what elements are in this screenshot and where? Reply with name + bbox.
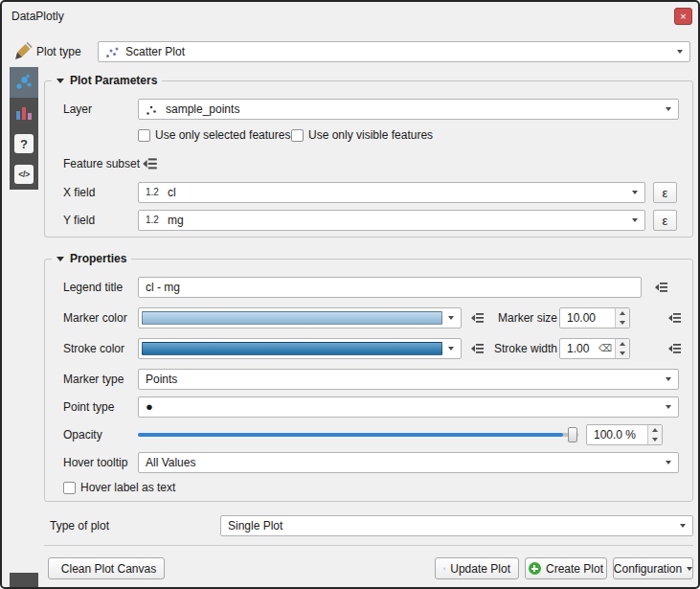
marker-size-spinbox[interactable]: 10.00 — [559, 307, 630, 328]
footer-separator — [44, 545, 693, 546]
sidebar-tab-plot[interactable] — [10, 67, 38, 98]
spin-buttons — [615, 339, 629, 358]
checkbox-icon — [138, 129, 150, 142]
clear-button[interactable]: ⌫ — [598, 339, 612, 358]
spin-up-button[interactable] — [616, 308, 629, 318]
slider-handle[interactable] — [568, 427, 577, 442]
decimal-field-icon: 1.2 — [146, 183, 159, 202]
properties-title: Properties — [70, 252, 126, 265]
hover-tooltip-value: All Values — [146, 453, 195, 472]
plot-type-label: Plot type — [36, 41, 81, 62]
configuration-button[interactable]: Configuration — [613, 557, 693, 579]
y-field-expression-button[interactable]: ε — [653, 210, 677, 231]
plot-parameters-title: Plot Parameters — [70, 74, 157, 87]
opacity-slider[interactable] — [138, 424, 578, 445]
spin-up-button[interactable] — [616, 339, 629, 349]
use-visible-label: Use only visible features — [308, 128, 433, 142]
titlebar[interactable]: DataPlotly — [2, 2, 698, 31]
stroke-color-data-defined-button[interactable] — [467, 339, 488, 358]
legend-title-data-defined-button[interactable] — [651, 278, 672, 297]
x-field-expression-button[interactable]: ε — [653, 182, 677, 203]
decimal-field-icon: 1.2 — [146, 211, 159, 230]
marker-size-data-defined-button[interactable] — [665, 308, 686, 328]
legend-title-input[interactable]: cl - mg — [138, 277, 642, 298]
spin-up-button[interactable] — [648, 425, 662, 435]
stroke-width-data-defined-button[interactable] — [665, 339, 686, 358]
layer-combobox[interactable]: sample_points — [138, 99, 679, 120]
marker-type-combobox[interactable]: Points — [138, 369, 679, 390]
opacity-spinbox[interactable]: 100.0 % — [586, 424, 663, 445]
sidebar: ? </> — [10, 67, 38, 190]
layer-value: sample_points — [166, 100, 239, 119]
point-type-combobox[interactable]: ● — [138, 396, 679, 418]
x-field-value: cl — [168, 183, 176, 202]
spin-down-button[interactable] — [648, 435, 662, 444]
stroke-color-button[interactable] — [138, 338, 462, 359]
close-button[interactable]: × — [674, 8, 692, 25]
spin-down-button[interactable] — [616, 318, 629, 328]
dropdown-arrow-icon — [448, 347, 454, 351]
checkbox-icon — [63, 482, 76, 494]
dropdown-arrow-icon — [666, 461, 671, 464]
update-plot-button[interactable]: Update Plot — [435, 557, 519, 579]
hover-label-checkbox[interactable]: Hover label as text — [63, 480, 175, 495]
marker-size-value: 10.00 — [567, 308, 596, 328]
bar-chart-icon — [14, 103, 34, 123]
sidebar-tab-code[interactable]: </> — [10, 159, 38, 190]
collapse-arrow-icon — [56, 257, 64, 261]
plot-type-combobox[interactable]: Scatter Plot — [98, 41, 690, 62]
dropdown-arrow-icon — [666, 107, 671, 111]
stroke-color-swatch — [142, 342, 442, 355]
dropdown-arrow-icon — [687, 567, 692, 571]
type-of-plot-label: Type of plot — [50, 515, 109, 536]
spin-buttons — [615, 308, 629, 328]
use-selected-checkbox[interactable]: Use only selected features — [138, 127, 290, 143]
stroke-color-label: Stroke color — [63, 338, 124, 359]
spin-down-button[interactable] — [616, 349, 629, 358]
marker-color-data-defined-button[interactable] — [467, 308, 488, 328]
use-visible-checkbox[interactable]: Use only visible features — [291, 127, 433, 143]
code-icon: </> — [14, 165, 34, 184]
feature-subset-expression-button[interactable] — [138, 153, 163, 174]
data-defined-icon — [470, 341, 485, 356]
marker-color-button[interactable] — [138, 307, 462, 328]
type-of-plot-combobox[interactable]: Single Plot — [220, 515, 693, 536]
point-symbol-icon: ● — [146, 397, 153, 417]
help-icon: ? — [14, 134, 34, 153]
marker-size-label: Marker size — [498, 307, 557, 328]
window-title: DataPlotly — [11, 10, 64, 23]
point-type-label: Point type — [63, 396, 114, 418]
plot-parameters-header[interactable]: Plot Parameters — [52, 73, 162, 88]
slider-fill — [138, 433, 563, 437]
marker-color-swatch — [142, 311, 442, 325]
stroke-width-value: 1.00 — [567, 339, 589, 358]
x-field-combobox[interactable]: 1.2 cl — [138, 182, 645, 203]
legend-title-value: cl - mg — [146, 278, 180, 297]
update-plot-label: Update Plot — [450, 562, 510, 576]
sidebar-tab-help[interactable]: ? — [10, 128, 38, 159]
type-of-plot-value: Single Plot — [228, 516, 282, 535]
configuration-label: Configuration — [614, 562, 682, 576]
data-defined-icon — [470, 310, 485, 326]
hover-tooltip-combobox[interactable]: All Values — [138, 452, 679, 473]
stroke-width-spinbox[interactable]: 1.00 ⌫ — [559, 338, 630, 359]
scatter-plot-icon — [104, 45, 120, 60]
data-defined-icon — [667, 341, 683, 356]
create-plot-button[interactable]: Create Plot — [525, 557, 607, 579]
feature-subset-label: Feature subset — [63, 153, 140, 174]
y-field-label: Y field — [63, 210, 95, 231]
y-field-combobox[interactable]: 1.2 mg — [138, 210, 645, 231]
clean-plot-canvas-button[interactable]: Clean Plot Canvas — [48, 557, 165, 579]
data-defined-icon — [667, 310, 683, 326]
hover-tooltip-label: Hover tooltip — [63, 452, 127, 473]
point-layer-icon — [145, 103, 158, 117]
sidebar-tab-plot-properties[interactable] — [10, 98, 38, 128]
marker-color-label: Marker color — [63, 307, 127, 328]
collapse-arrow-icon — [56, 79, 64, 83]
properties-header[interactable]: Properties — [52, 251, 131, 266]
marker-type-value: Points — [146, 370, 177, 389]
dropdown-arrow-icon — [632, 191, 638, 194]
use-selected-label: Use only selected features — [155, 128, 290, 142]
opacity-label: Opacity — [63, 424, 102, 445]
dropdown-arrow-icon — [448, 316, 454, 320]
